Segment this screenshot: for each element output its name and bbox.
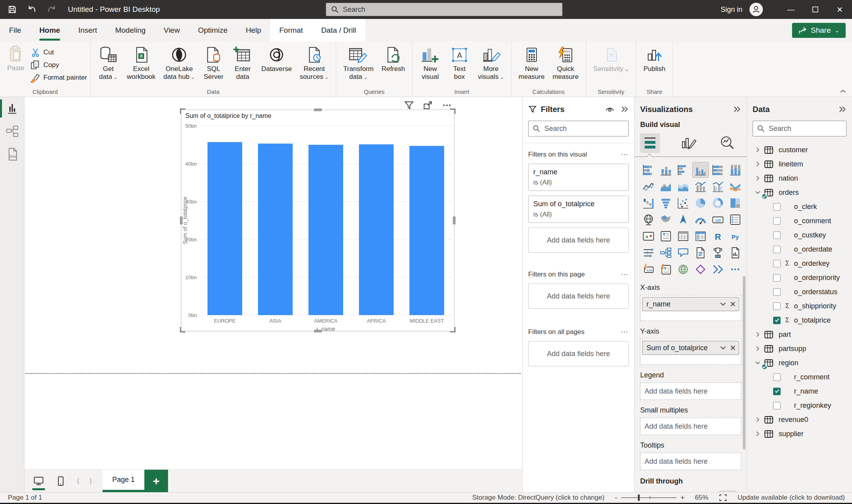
mobile-layout-icon[interactable] (50, 470, 72, 492)
python-visual-icon[interactable]: Py (727, 228, 744, 244)
onelake-data-hub-button[interactable]: OneLakedata hub⌄ (159, 44, 199, 82)
field-row-o-orderstatus[interactable]: o_orderstatus (753, 285, 846, 299)
model-view-icon[interactable] (0, 120, 24, 143)
menu-tab-optimize[interactable]: Optimize (189, 19, 237, 41)
menu-tab-help[interactable]: Help (237, 19, 270, 41)
menu-tab-data-drill[interactable]: Data / Drill (312, 19, 365, 41)
analytics-tab-icon[interactable] (717, 133, 737, 153)
storage-mode-status[interactable]: Storage Mode: DirectQuery (click to chan… (472, 494, 604, 502)
close-button[interactable]: ✕ (828, 0, 852, 19)
field-row-o-shippriority[interactable]: Σ o_shippriority (753, 299, 846, 313)
avatar[interactable] (749, 3, 763, 16)
field-row-o-orderpriority[interactable]: o_orderpriority (753, 271, 846, 285)
clustered-bar-chart-icon[interactable] (675, 162, 691, 178)
waterfall-chart-icon[interactable] (640, 195, 657, 211)
more-visuals-gallery-icon[interactable] (727, 261, 744, 277)
donut-chart-icon[interactable] (710, 195, 726, 211)
undo-icon[interactable] (27, 4, 37, 15)
treemap-icon[interactable] (727, 195, 744, 211)
qa-visual-icon[interactable] (675, 245, 691, 261)
map-icon[interactable] (640, 212, 657, 228)
line-and-stacked-column-chart-icon[interactable] (692, 179, 709, 194)
chevron-right-icon[interactable] (753, 416, 763, 423)
collapse-pane-icon[interactable] (838, 105, 846, 114)
metrics-icon[interactable] (710, 245, 726, 261)
field-checkbox[interactable] (773, 288, 781, 296)
minimize-button[interactable]: — (779, 0, 803, 19)
chevron-right-icon[interactable] (753, 431, 763, 437)
add-data-fields-dropzone[interactable]: Add data fields here (528, 228, 629, 253)
resize-corner-tl[interactable] (180, 108, 185, 114)
sql-server-button[interactable]: SQLServer (199, 44, 228, 82)
field-checkbox[interactable] (773, 246, 781, 253)
zoom-level[interactable]: 65% (695, 494, 708, 502)
field-checkbox[interactable] (773, 260, 781, 267)
well-y-axis[interactable]: Sum of o_totalprice (640, 339, 741, 365)
copy-button[interactable]: Copy (30, 59, 87, 71)
filled-map-icon[interactable] (658, 212, 674, 228)
sign-in-link[interactable]: Sign in (721, 6, 742, 14)
new-measure-button[interactable]: Newmeasure (515, 44, 549, 82)
field-row-o-comment[interactable]: o_comment (753, 214, 846, 228)
field-row-o-custkey[interactable]: o_custkey (753, 228, 846, 242)
add-data-fields-dropzone[interactable]: Add data fields here (528, 284, 629, 309)
focus-mode-icon[interactable] (423, 100, 433, 110)
slicer-icon[interactable] (658, 228, 674, 244)
global-search[interactable] (326, 3, 562, 16)
stacked-bar-chart-icon[interactable] (640, 162, 657, 178)
arcgis-map-icon[interactable] (675, 261, 691, 277)
table-row-customer[interactable]: customer (753, 143, 846, 157)
field-row-o-orderdate[interactable]: o_orderdate (753, 242, 846, 256)
paste-button[interactable]: Paste (3, 44, 28, 74)
collapse-ribbon-icon[interactable] (839, 89, 846, 94)
line-chart-icon[interactable] (640, 179, 657, 194)
field-checkbox[interactable] (773, 217, 781, 225)
collapse-pane-icon[interactable] (732, 105, 741, 114)
dataverse-button[interactable]: Dataverse (257, 44, 295, 74)
field-row-r-regionkey[interactable]: r_regionkey (753, 398, 846, 413)
new-card-icon[interactable]: 123 (640, 261, 657, 277)
field-checkbox[interactable] (773, 302, 781, 310)
redo-icon[interactable] (47, 4, 57, 15)
field-row-o-orderkey[interactable]: Σ o_orderkey (753, 256, 846, 271)
card-icon[interactable]: 123 (710, 212, 726, 228)
funnel-chart-icon[interactable] (658, 195, 674, 211)
update-available-status[interactable]: Update available (click to download) (738, 494, 845, 502)
get-data-button[interactable]: Getdata⌄ (94, 44, 123, 82)
gauge-icon[interactable] (692, 212, 709, 228)
desktop-layout-icon[interactable] (28, 470, 50, 492)
format-visual-tab-icon[interactable] (679, 133, 699, 153)
kpi-icon[interactable] (640, 228, 657, 244)
transform-data-button[interactable]: Transformdata⌄ (339, 44, 377, 82)
field-checkbox[interactable] (773, 373, 781, 381)
enter-data-button[interactable]: Enterdata (228, 44, 257, 82)
key-influencers-icon[interactable] (640, 245, 657, 261)
clustered-column-chart-icon[interactable] (692, 162, 709, 178)
table-row-revenue0[interactable]: revenue0 (753, 413, 846, 427)
well-legend-dropzone[interactable]: Add data fields here (640, 383, 741, 400)
field-row-o-totalprice[interactable]: Σ o_totalprice (753, 313, 846, 327)
share-button[interactable]: Share ⌄ (792, 23, 846, 38)
ribbon-chart-icon[interactable] (727, 179, 744, 194)
quick-measure-button[interactable]: Quickmeasure (549, 44, 583, 82)
field-checkbox[interactable] (773, 388, 781, 395)
pie-chart-icon[interactable] (692, 195, 709, 211)
publish-button[interactable]: Publish (639, 44, 669, 74)
more-options-icon[interactable]: ⋯ (621, 150, 629, 159)
well-tooltips-dropzone[interactable]: Add data fields here (640, 453, 741, 470)
table-row-nation[interactable]: nation (753, 171, 846, 185)
stacked-column-chart-icon[interactable] (658, 162, 674, 178)
100-stacked-bar-chart-icon[interactable] (710, 162, 726, 178)
field-checkbox[interactable] (773, 203, 781, 211)
data-search-input[interactable] (769, 125, 852, 133)
chevron-down-icon[interactable] (720, 345, 726, 350)
filter-card-sum-of-o-totalprice[interactable]: Sum of o_totalpriceis (All) (528, 196, 629, 223)
excel-workbook-button[interactable]: XExcelworkbook (123, 44, 160, 82)
area-chart-icon[interactable] (658, 179, 674, 194)
field-checkbox[interactable] (773, 274, 781, 282)
resize-corner-tr[interactable] (450, 108, 456, 114)
chevron-right-icon[interactable] (753, 345, 763, 352)
eye-icon[interactable] (605, 106, 615, 113)
table-row-part[interactable]: part (753, 327, 846, 342)
refresh-button[interactable]: Refresh (377, 44, 409, 74)
